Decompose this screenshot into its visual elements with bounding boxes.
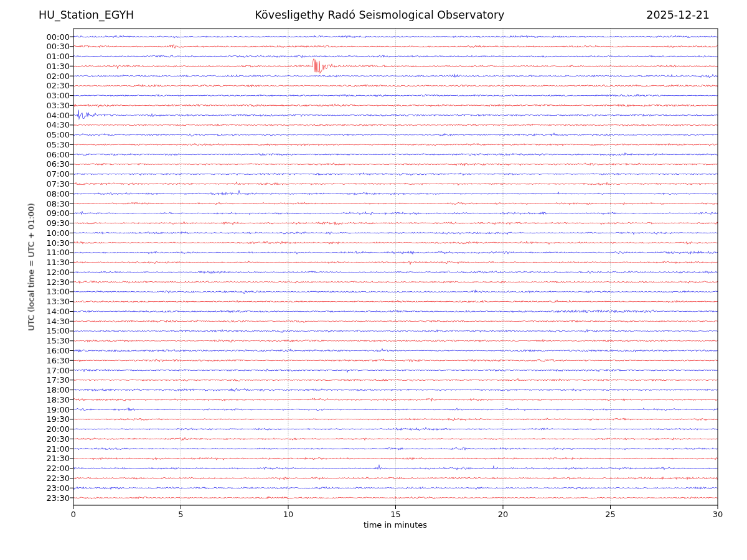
- y-tick-label: 05:00: [36, 130, 70, 139]
- y-tick-label: 16:00: [36, 346, 70, 355]
- y-tick-label: 17:00: [36, 366, 70, 375]
- y-tick-label: 05:30: [36, 140, 70, 149]
- figure-title: Kövesligethy Radó Seismological Observat…: [193, 8, 566, 22]
- y-tick-label: 07:30: [36, 179, 70, 189]
- y-tick-label: 20:00: [36, 424, 70, 434]
- y-tick-label: 21:30: [36, 454, 70, 463]
- y-tick-label: 23:30: [36, 493, 70, 503]
- y-tick-label: 02:30: [36, 81, 70, 90]
- y-tick-label: 03:30: [36, 101, 70, 110]
- y-tick-label: 08:30: [36, 199, 70, 208]
- y-tick-label: 06:00: [36, 150, 70, 159]
- x-tick-label: 20: [489, 510, 517, 519]
- y-tick-label: 19:30: [36, 414, 70, 424]
- y-tick-label: 02:00: [36, 72, 70, 81]
- x-axis-label: time in minutes: [209, 520, 582, 530]
- y-tick-label: 21:00: [36, 444, 70, 454]
- y-tick-label: 07:00: [36, 169, 70, 179]
- x-tick-label: 10: [275, 510, 302, 519]
- y-tick-label: 00:30: [36, 42, 70, 51]
- y-tick-label: 12:00: [36, 268, 70, 277]
- x-tick-label: 5: [167, 510, 195, 519]
- y-tick-label: 15:30: [36, 336, 70, 345]
- y-tick-label: 01:30: [36, 62, 70, 71]
- y-tick-label: 03:00: [36, 91, 70, 100]
- y-tick-label: 14:30: [36, 317, 70, 326]
- y-tick-label: 12:30: [36, 278, 70, 287]
- station-label: HU_Station_EGYH: [39, 8, 134, 22]
- y-tick-label: 18:00: [36, 385, 70, 394]
- y-tick-label: 09:00: [36, 208, 70, 218]
- x-tick-label: 0: [60, 510, 87, 519]
- y-tick-label: 15:00: [36, 326, 70, 335]
- y-tick-label: 11:00: [36, 248, 70, 257]
- y-tick-label: 10:30: [36, 238, 70, 248]
- y-tick-label: 00:00: [36, 32, 70, 42]
- x-tick-label: 30: [704, 510, 731, 519]
- y-tick-label: 19:00: [36, 405, 70, 414]
- y-tick-label: 01:00: [36, 52, 70, 61]
- y-tick-label: 22:00: [36, 464, 70, 473]
- y-tick-label: 13:00: [36, 287, 70, 296]
- y-tick-label: 16:30: [36, 356, 70, 365]
- x-tick-label: 15: [382, 510, 410, 519]
- y-tick-label: 04:00: [36, 111, 70, 120]
- y-tick-label: 04:30: [36, 120, 70, 129]
- seismogram-canvas: [0, 0, 747, 560]
- date-label: 2025-12-21: [622, 8, 710, 22]
- y-tick-label: 13:30: [36, 297, 70, 306]
- y-tick-label: 14:00: [36, 307, 70, 316]
- y-tick-label: 22:30: [36, 474, 70, 483]
- helicorder-figure: HU_Station_EGYH Kövesligethy Radó Seismo…: [0, 0, 747, 560]
- x-tick-label: 25: [597, 510, 624, 519]
- y-tick-label: 20:30: [36, 434, 70, 444]
- y-axis-label: UTC (local time = UTC + 01:00): [27, 203, 36, 330]
- y-tick-label: 11:30: [36, 258, 70, 267]
- y-tick-label: 08:00: [36, 189, 70, 198]
- y-tick-label: 09:30: [36, 218, 70, 228]
- y-tick-label: 06:30: [36, 159, 70, 169]
- y-tick-label: 17:30: [36, 375, 70, 385]
- y-tick-label: 18:30: [36, 395, 70, 404]
- y-tick-label: 23:00: [36, 483, 70, 493]
- y-tick-label: 10:00: [36, 228, 70, 238]
